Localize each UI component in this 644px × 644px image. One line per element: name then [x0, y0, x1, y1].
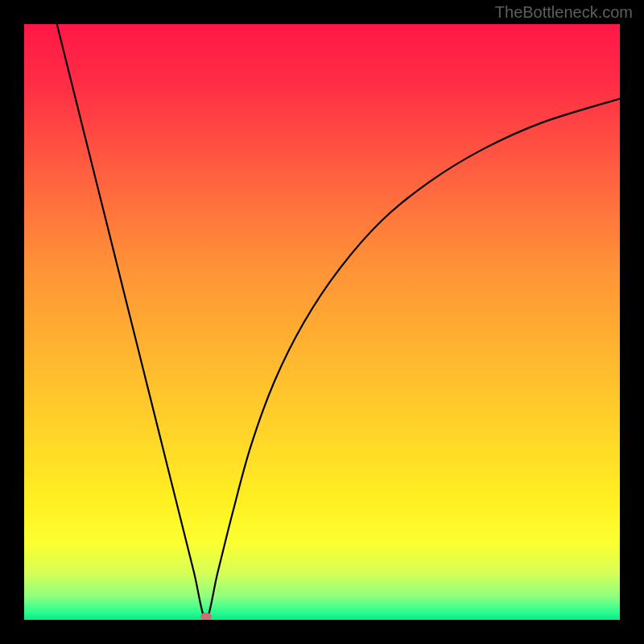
chart-root: TheBottleneck.com	[0, 0, 644, 644]
watermark-text: TheBottleneck.com	[495, 3, 633, 22]
optimum-marker	[200, 613, 212, 620]
plot-area	[24, 24, 620, 620]
bottleneck-curve	[24, 24, 620, 620]
